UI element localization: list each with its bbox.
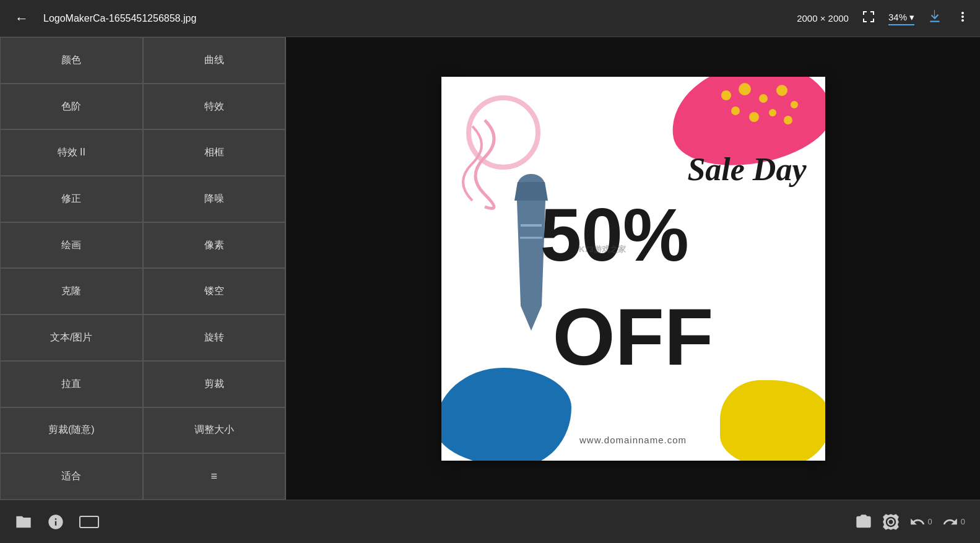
svg-point-8 (784, 116, 792, 124)
menu-fit[interactable]: 适合 (0, 453, 143, 500)
header: ← LogoMakerCa-1655451256858.jpg 2000 × 2… (0, 0, 980, 37)
display-button[interactable] (79, 513, 99, 531)
menu-denoise[interactable]: 降噪 (143, 176, 286, 222)
yellow-dots-decoration (714, 83, 800, 132)
header-controls: 2000 × 2000 34% ▾ (797, 9, 970, 28)
svg-point-5 (731, 106, 740, 115)
menu-color[interactable]: 颜色 (0, 37, 143, 84)
menu-text-image[interactable]: 文本/图片 (0, 315, 143, 361)
menu-clone[interactable]: 克隆 (0, 268, 143, 315)
watermark-text: K73游戏之家 (579, 244, 626, 255)
filename-label: LogoMakerCa-1655451256858.jpg (43, 13, 787, 24)
menu-frame[interactable]: 相框 (143, 129, 286, 176)
fullscreen-button[interactable] (861, 9, 876, 27)
blue-blob-decoration (441, 368, 571, 461)
undo-button[interactable]: 0 (909, 514, 932, 530)
more-menu-button[interactable] (955, 9, 970, 28)
zoom-chevron-icon: ▾ (909, 12, 914, 23)
menu-align[interactable]: ≡ (143, 453, 286, 500)
align-icon: ≡ (210, 470, 217, 483)
zoom-value: 34% (888, 12, 907, 22)
svg-point-0 (721, 90, 731, 100)
sale-day-text: Sale Day (687, 151, 806, 188)
svg-point-7 (769, 109, 776, 116)
yellow-blob-decoration (720, 380, 825, 461)
off-text: OFF (553, 297, 714, 377)
svg-point-4 (791, 101, 798, 108)
menu-pixel[interactable]: 像素 (143, 222, 286, 269)
menu-effects[interactable]: 特效 (143, 84, 286, 130)
main-area: 颜色 曲线 色阶 特效 特效 II 相框 修正 降噪 绘画 像素 克隆 镂空 文… (0, 37, 980, 500)
download-button[interactable] (927, 9, 943, 28)
redo-button[interactable]: 0 (942, 514, 965, 530)
svg-point-3 (776, 85, 787, 96)
percent-off-text: 50% (540, 198, 689, 272)
back-button[interactable]: ← (10, 8, 33, 29)
settings-button[interactable] (882, 513, 900, 531)
svg-rect-14 (80, 516, 98, 528)
redo-count: 0 (961, 517, 965, 526)
camera-button[interactable] (855, 513, 872, 531)
menu-curves[interactable]: 曲线 (143, 37, 286, 84)
domain-text: www.domainname.com (579, 435, 687, 445)
svg-point-1 (739, 83, 751, 95)
menu-paint[interactable]: 绘画 (0, 222, 143, 269)
svg-point-6 (749, 112, 759, 122)
folder-button[interactable] (15, 513, 32, 531)
menu-levels[interactable]: 色阶 (0, 84, 143, 130)
menu-cutout[interactable]: 镂空 (143, 268, 286, 315)
bottom-left-controls (15, 513, 99, 531)
zoom-selector[interactable]: 34% ▾ (888, 12, 914, 25)
menu-rotate[interactable]: 旋转 (143, 315, 286, 361)
canvas-area: Sale Day 50% OFF www.domainname.com K73游… (286, 37, 980, 500)
bottom-right-controls: 0 0 (855, 513, 965, 531)
info-button[interactable] (47, 513, 64, 531)
tools-panel: 颜色 曲线 色阶 特效 特效 II 相框 修正 降噪 绘画 像素 克隆 镂空 文… (0, 37, 286, 500)
image-dimensions: 2000 × 2000 (797, 13, 849, 24)
menu-crop[interactable]: 剪裁 (143, 361, 286, 407)
undo-count: 0 (928, 517, 932, 526)
menu-resize[interactable]: 调整大小 (143, 407, 286, 454)
bottom-toolbar: 0 0 (0, 500, 980, 543)
image-preview: Sale Day 50% OFF www.domainname.com K73游… (441, 77, 825, 461)
menu-free-crop[interactable]: 剪裁(随意) (0, 407, 143, 454)
sale-design: Sale Day 50% OFF www.domainname.com K73游… (441, 77, 825, 461)
svg-point-2 (759, 94, 768, 103)
menu-effects2[interactable]: 特效 II (0, 129, 143, 176)
menu-straighten[interactable]: 拉直 (0, 361, 143, 407)
menu-fix[interactable]: 修正 (0, 176, 143, 222)
